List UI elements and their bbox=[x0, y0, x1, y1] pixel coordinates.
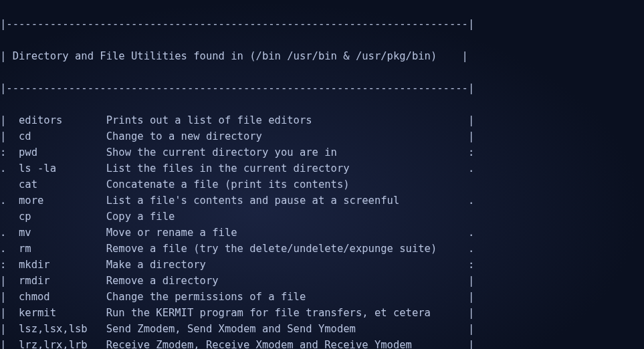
table-row: | editors Prints out a list of file edit… bbox=[0, 112, 644, 128]
table-row: . ls -la List the files in the current d… bbox=[0, 160, 644, 177]
table-row: : pwd Show the current directory you are… bbox=[0, 144, 644, 160]
table-row: . rm Remove a file (try the delete/undel… bbox=[0, 241, 644, 257]
table-row: | rmdir Remove a directory | bbox=[0, 273, 644, 289]
border-mid: |---------------------------------------… bbox=[0, 80, 644, 96]
table-title: | Directory and File Utilities found in … bbox=[0, 48, 644, 64]
border-top: |---------------------------------------… bbox=[0, 16, 644, 32]
table-row: | lrz,lrx,lrb Receive Zmodem, Receive Xm… bbox=[0, 337, 644, 349]
table-row: cp Copy a file bbox=[0, 209, 644, 225]
table-row: cat Concatenate a file (print its conten… bbox=[0, 177, 644, 193]
table-row: . mv Move or rename a file . bbox=[0, 225, 644, 241]
table-row: | kermit Run the KERMIT program for file… bbox=[0, 305, 644, 321]
table-row: | chmod Change the permissions of a file… bbox=[0, 289, 644, 305]
table-row: : mkdir Make a directory : bbox=[0, 257, 644, 273]
table-row: | lsz,lsx,lsb Send Zmodem, Send Xmodem a… bbox=[0, 321, 644, 337]
table-row: . more List a file's contents and pause … bbox=[0, 193, 644, 209]
terminal-screen: |---------------------------------------… bbox=[0, 0, 644, 349]
table-row: | cd Change to a new directory | bbox=[0, 128, 644, 144]
